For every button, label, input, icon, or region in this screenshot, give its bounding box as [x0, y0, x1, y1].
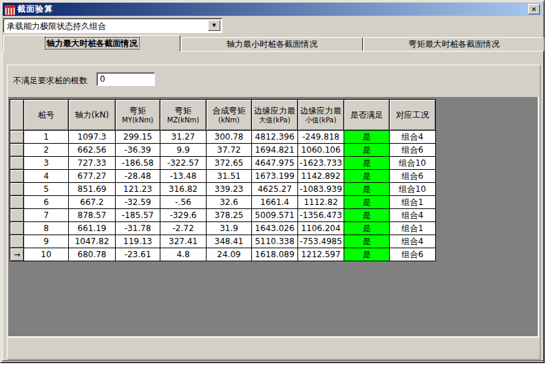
row-selector[interactable]	[10, 209, 24, 222]
edge-stress-max-cell[interactable]: 1643.026	[252, 222, 298, 235]
moment-mz-cell[interactable]: 9.9	[160, 144, 207, 157]
pass-status-cell[interactable]: 是	[344, 248, 390, 261]
axial-force-cell[interactable]: 667.2	[69, 196, 116, 209]
row-selector[interactable]	[10, 131, 24, 144]
axial-force-cell[interactable]: 1047.82	[69, 235, 116, 248]
combined-moment-cell[interactable]: 348.41	[207, 235, 252, 248]
moment-my-cell[interactable]: -31.78	[116, 222, 160, 235]
axial-force-cell[interactable]: 851.69	[69, 183, 116, 196]
row-selector[interactable]	[10, 235, 24, 248]
combined-moment-cell[interactable]: 300.78	[207, 131, 252, 144]
moment-mz-cell[interactable]: -.56	[160, 196, 207, 209]
edge-stress-min-cell[interactable]: 1112.82	[298, 196, 344, 209]
close-button[interactable]: ✕	[528, 4, 540, 14]
edge-stress-max-cell[interactable]: 5110.338	[252, 235, 298, 248]
combined-moment-cell[interactable]: 37.72	[207, 144, 252, 157]
combined-moment-cell[interactable]: 31.9	[207, 222, 252, 235]
pile-number-cell[interactable]: 2	[24, 144, 69, 157]
pass-status-cell[interactable]: 是	[344, 170, 390, 183]
tab-axial-min[interactable]: 轴力最小时桩各截面情况	[181, 37, 363, 51]
pass-status-cell[interactable]: 是	[344, 222, 390, 235]
load-case-cell[interactable]: 组合6	[390, 170, 436, 183]
moment-mz-cell[interactable]: 4.8	[160, 248, 207, 261]
edge-stress-min-cell[interactable]: -1083.939	[298, 183, 344, 196]
pile-number-cell[interactable]: 10	[24, 248, 69, 261]
load-case-cell[interactable]: 组合1	[390, 196, 436, 209]
row-selector[interactable]	[10, 222, 24, 235]
axial-force-cell[interactable]: 878.57	[69, 209, 116, 222]
moment-mz-cell[interactable]: -2.72	[160, 222, 207, 235]
edge-stress-max-cell[interactable]: 4625.27	[252, 183, 298, 196]
moment-my-cell[interactable]: 121.23	[116, 183, 160, 196]
pass-status-cell[interactable]: 是	[344, 131, 390, 144]
moment-mz-cell[interactable]: 327.41	[160, 235, 207, 248]
moment-my-cell[interactable]: -23.61	[116, 248, 160, 261]
moment-mz-cell[interactable]: -329.6	[160, 209, 207, 222]
moment-mz-cell[interactable]: -13.48	[160, 170, 207, 183]
edge-stress-max-cell[interactable]: 4647.975	[252, 157, 298, 170]
moment-my-cell[interactable]: -185.57	[116, 209, 160, 222]
moment-my-cell[interactable]: 119.13	[116, 235, 160, 248]
load-case-cell[interactable]: 组合10	[390, 183, 436, 196]
load-case-cell[interactable]: 组合6	[390, 248, 436, 261]
current-row-indicator[interactable]: →	[10, 248, 24, 261]
moment-my-cell[interactable]: -186.58	[116, 157, 160, 170]
pass-status-cell[interactable]: 是	[344, 183, 390, 196]
column-header[interactable]: 对应工况	[390, 100, 436, 131]
moment-my-cell[interactable]: -28.48	[116, 170, 160, 183]
row-selector[interactable]	[10, 170, 24, 183]
edge-stress-min-cell[interactable]: -249.818	[298, 131, 344, 144]
edge-stress-min-cell[interactable]: -1356.473	[298, 209, 344, 222]
edge-stress-max-cell[interactable]: 5009.571	[252, 209, 298, 222]
row-selector[interactable]	[10, 157, 24, 170]
edge-stress-min-cell[interactable]: 1106.204	[298, 222, 344, 235]
load-case-cell[interactable]: 组合1	[390, 222, 436, 235]
combined-moment-cell[interactable]: 378.25	[207, 209, 252, 222]
axial-force-cell[interactable]: 677.27	[69, 170, 116, 183]
load-case-cell[interactable]: 组合4	[390, 131, 436, 144]
combined-moment-cell[interactable]: 339.23	[207, 183, 252, 196]
pile-number-cell[interactable]: 5	[24, 183, 69, 196]
pile-number-cell[interactable]: 3	[24, 157, 69, 170]
column-header[interactable]: 是否满足	[344, 100, 390, 131]
load-case-cell[interactable]: 组合4	[390, 235, 436, 248]
pile-number-cell[interactable]: 6	[24, 196, 69, 209]
pile-number-cell[interactable]: 8	[24, 222, 69, 235]
edge-stress-max-cell[interactable]: 4812.396	[252, 131, 298, 144]
pass-status-cell[interactable]: 是	[344, 196, 390, 209]
tab-moment-max[interactable]: 弯矩最大时桩各截面情况	[364, 37, 545, 51]
axial-force-cell[interactable]: 1097.3	[69, 131, 116, 144]
column-header[interactable]: 桩号	[24, 100, 69, 131]
tab-axial-max[interactable]: 轴力最大时桩各截面情况	[3, 35, 180, 52]
load-case-combobox[interactable]: 承载能力极限状态持久组合 ▼	[3, 18, 222, 33]
pass-status-cell[interactable]: 是	[344, 209, 390, 222]
moment-my-cell[interactable]: 299.15	[116, 131, 160, 144]
axial-force-cell[interactable]: 662.56	[69, 144, 116, 157]
column-header[interactable]: 边缘应力最大值(kPa)	[252, 100, 298, 131]
combined-moment-cell[interactable]: 24.09	[207, 248, 252, 261]
moment-mz-cell[interactable]: -322.57	[160, 157, 207, 170]
edge-stress-min-cell[interactable]: -1623.733	[298, 157, 344, 170]
edge-stress-min-cell[interactable]: -753.4985	[298, 235, 344, 248]
column-header[interactable]: 轴力(kN)	[69, 100, 116, 131]
row-selector[interactable]	[10, 196, 24, 209]
combined-moment-cell[interactable]: 31.51	[207, 170, 252, 183]
pile-number-cell[interactable]: 7	[24, 209, 69, 222]
edge-stress-max-cell[interactable]: 1661.4	[252, 196, 298, 209]
edge-stress-min-cell[interactable]: 1212.597	[298, 248, 344, 261]
pass-status-cell[interactable]: 是	[344, 157, 390, 170]
row-selector[interactable]	[10, 183, 24, 196]
edge-stress-max-cell[interactable]: 1618.089	[252, 248, 298, 261]
edge-stress-max-cell[interactable]: 1694.821	[252, 144, 298, 157]
column-header[interactable]: 弯矩MZ(kNm)	[160, 100, 207, 131]
edge-stress-max-cell[interactable]: 1673.199	[252, 170, 298, 183]
unsatisfied-piles-input[interactable]	[96, 72, 155, 86]
pass-status-cell[interactable]: 是	[344, 144, 390, 157]
row-selector[interactable]	[10, 144, 24, 157]
moment-my-cell[interactable]: -32.59	[116, 196, 160, 209]
column-header[interactable]: 弯矩MY(kNm)	[116, 100, 160, 131]
moment-my-cell[interactable]: -36.39	[116, 144, 160, 157]
pile-number-cell[interactable]: 9	[24, 235, 69, 248]
axial-force-cell[interactable]: 680.78	[69, 248, 116, 261]
moment-mz-cell[interactable]: 31.27	[160, 131, 207, 144]
